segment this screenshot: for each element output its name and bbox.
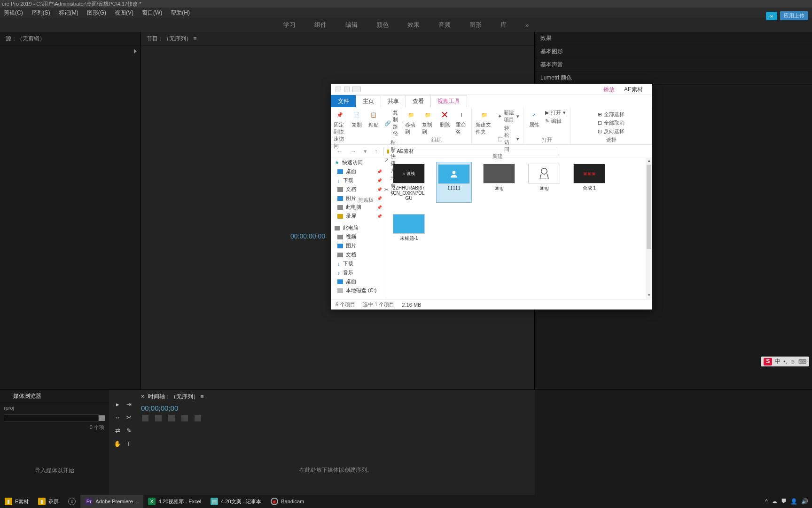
address-bar[interactable]: ▮ › AE素材 — [383, 147, 557, 156]
qat-dropdown-icon[interactable] — [352, 87, 361, 92]
scroll-up-icon[interactable]: ▴ — [646, 158, 652, 165]
explorer-scrollbar[interactable]: ▴ ▾ — [646, 158, 652, 299]
ws-library[interactable]: 库 — [500, 21, 507, 29]
ws-assembly[interactable]: 组件 — [314, 21, 327, 29]
media-browser-tab[interactable]: 媒体浏览器 — [0, 390, 109, 403]
pin-quick-access-button[interactable]: 📌固定到快速访问 — [334, 109, 346, 150]
ws-audio[interactable]: 音频 — [438, 21, 451, 29]
nav-documents[interactable]: 文档📌 — [331, 185, 386, 194]
ime-logo-icon[interactable]: S — [764, 358, 772, 365]
tray-user-icon[interactable]: 👤 — [790, 498, 797, 505]
tray-cloud-icon[interactable]: ☁ — [772, 498, 777, 505]
file-list[interactable]: ⌂ 设栈 2ZHHURAB[67CN_OXKN7OLGU 11111 timg … — [386, 158, 652, 299]
ws-effects[interactable]: 效果 — [407, 21, 420, 29]
file-item[interactable]: timg — [526, 162, 562, 203]
fx-tab-essgraphics[interactable]: 基本图形 — [535, 45, 812, 58]
tab-home[interactable]: 主页 — [356, 95, 381, 107]
menu-sequence[interactable]: 序列(S) — [31, 9, 50, 17]
properties-button[interactable]: ✓属性 — [528, 109, 540, 128]
nav-drive-c[interactable]: 本地磁盘 (C:) — [331, 286, 386, 295]
file-item[interactable]: ⌂ 设栈 2ZHHURAB[67CN_OXKN7OLGU — [391, 162, 427, 203]
menu-graphics[interactable]: 图形(G) — [87, 9, 106, 17]
menu-clip[interactable]: 剪辑(C) — [4, 9, 23, 17]
scroll-thumb[interactable] — [647, 165, 651, 249]
ripple-tool-icon[interactable]: ↔ — [114, 413, 121, 421]
cloud-icon[interactable]: ∞ — [766, 12, 777, 20]
qat-icon[interactable] — [344, 87, 350, 92]
pen-tool-icon[interactable]: ✎ — [125, 427, 133, 434]
nav-fwd-icon[interactable]: → — [348, 148, 358, 155]
nav-up-icon[interactable]: ↑ — [373, 148, 380, 155]
flyout-icon[interactable] — [134, 49, 137, 54]
folder-icon[interactable] — [99, 415, 105, 421]
nav-quick-access[interactable]: ★ 快速访问 — [331, 158, 386, 167]
source-panel-tab[interactable]: 源：（无剪辑） — [0, 32, 141, 46]
tray-volume-icon[interactable]: 🔊 — [801, 498, 808, 505]
nav-thispc-q[interactable]: 此电脑📌 — [331, 203, 386, 212]
tray-up-icon[interactable]: ^ — [765, 498, 768, 505]
track-select-icon[interactable]: ⇥ — [125, 400, 133, 408]
ws-color[interactable]: 颜色 — [376, 21, 389, 29]
copyto-button[interactable]: 📁复制到 — [422, 109, 434, 135]
ime-punct[interactable]: •, — [783, 358, 787, 365]
tray-shield-icon[interactable]: ⛊ — [781, 498, 787, 505]
linked-sel-icon[interactable] — [155, 415, 162, 421]
select-all-button[interactable]: ⊞ 全部选择 — [598, 111, 625, 118]
nav-desktop[interactable]: 桌面📌 — [331, 167, 386, 176]
ws-more-icon[interactable]: » — [525, 22, 529, 29]
nav-pictures[interactable]: 图片📌 — [331, 194, 386, 203]
tab-view[interactable]: 查看 — [406, 95, 431, 107]
taskbar-notepad[interactable]: ▤4.20文案 - 记事本 — [206, 495, 266, 508]
ime-emoji-icon[interactable]: ☺ — [790, 358, 796, 365]
nav-music[interactable]: ♪音乐 — [331, 268, 386, 277]
nav-thispc[interactable]: 此电脑 — [331, 223, 386, 232]
timeline-timecode[interactable]: 00;00;00;00 — [137, 404, 535, 412]
nav-pictures2[interactable]: 图片 — [331, 241, 386, 250]
nav-documents2[interactable]: 文档 — [331, 250, 386, 259]
marker-icon[interactable] — [168, 415, 175, 421]
nav-videos[interactable]: 视频 — [331, 232, 386, 241]
breadcrumb[interactable]: AE素材 — [397, 148, 414, 155]
rename-button[interactable]: I重命名 — [456, 109, 468, 135]
select-none-button[interactable]: ⊟ 全部取消 — [598, 119, 625, 127]
copy-button[interactable]: 📄复制 — [351, 109, 363, 128]
taskbar-folder2[interactable]: ▮录屏 — [33, 495, 63, 508]
nav-downloads2[interactable]: ↓下载 — [331, 259, 386, 268]
upload-button[interactable]: 应用上传 — [780, 11, 808, 20]
taskbar-cortana[interactable]: ○ — [63, 495, 80, 508]
fx-tab-effects[interactable]: 效果 — [535, 32, 812, 45]
timeline-tab[interactable]: 时间轴：（无序列） ≡ — [148, 393, 203, 401]
nav-desktop2[interactable]: 桌面 — [331, 277, 386, 286]
ws-edit[interactable]: 编辑 — [345, 21, 358, 29]
nav-recordings[interactable]: 录屏📌 — [331, 212, 386, 221]
ime-bar[interactable]: S 中 •, ☺ ⌨ — [761, 357, 809, 366]
nav-recent-icon[interactable]: ▾ — [362, 148, 369, 155]
file-item[interactable]: timg — [481, 162, 517, 203]
explorer-system-icon[interactable] — [336, 87, 341, 92]
taskbar-excel[interactable]: X4.20视频邓 - Excel — [143, 495, 206, 508]
taskbar-bandicam[interactable]: ◉Bandicam — [266, 495, 309, 508]
copy-path-button[interactable]: 🔗 复制路径 — [384, 109, 398, 137]
razor-tool-icon[interactable]: ✂ — [125, 413, 133, 421]
slip-tool-icon[interactable]: ⇄ — [114, 427, 121, 434]
scroll-down-icon[interactable]: ▾ — [646, 293, 652, 299]
invert-selection-button[interactable]: ⊡ 反向选择 — [598, 128, 625, 135]
fx-tab-lumetri[interactable]: Lumetri 颜色 — [535, 71, 812, 85]
edit-button[interactable]: ✎ 编辑 — [545, 118, 566, 125]
menu-window[interactable]: 窗口(W) — [142, 9, 162, 17]
file-item[interactable]: 未标题-1 — [391, 212, 427, 243]
ime-lang[interactable]: 中 — [775, 357, 781, 365]
menu-view[interactable]: 视图(V) — [115, 9, 133, 17]
wrench-icon[interactable] — [195, 415, 201, 421]
tab-file[interactable]: 文件 — [331, 95, 356, 107]
menu-help[interactable]: 帮助(H) — [171, 9, 190, 17]
system-tray[interactable]: ^ ☁ ⛊ 👤 🔊 — [765, 495, 808, 508]
menu-marker[interactable]: 标记(M) — [59, 9, 78, 17]
tab-share[interactable]: 共享 — [381, 95, 406, 107]
nav-back-icon[interactable]: ← — [335, 148, 344, 155]
moveto-button[interactable]: 📁移动到 — [405, 109, 417, 135]
taskbar-folder[interactable]: ▮E素材 — [0, 495, 33, 508]
settings-icon[interactable] — [181, 415, 188, 421]
open-button[interactable]: ▶ 打开 ▾ — [545, 109, 566, 116]
taskbar-premiere[interactable]: PrAdobe Premiere ... — [80, 495, 143, 508]
